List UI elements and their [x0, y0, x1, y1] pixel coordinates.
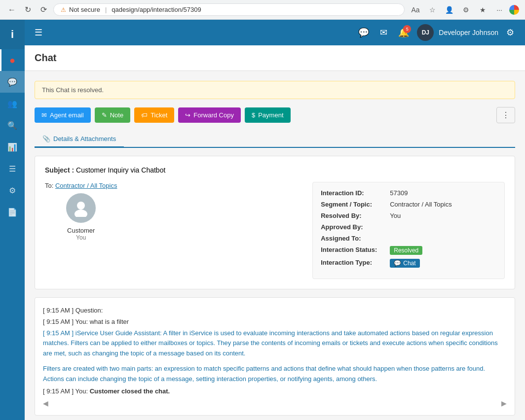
reload-button[interactable]: ⟳ — [38, 4, 49, 16]
page-title: Chat — [35, 52, 515, 64]
sidebar-item-list[interactable]: ☰ — [0, 158, 25, 179]
id-label: Interaction ID: — [321, 189, 390, 197]
content-area: This Chat is resolved. ✉ Agent email ✎ N… — [25, 71, 525, 420]
id-value: 57309 — [390, 189, 408, 197]
notification-badge: 5 — [403, 25, 411, 33]
approved-by-label: Approved By: — [321, 223, 390, 231]
details-card: Subject : Customer Inquiry via Chatbot T… — [35, 156, 515, 289]
forward-copy-button[interactable]: ↪ Forward Copy — [178, 107, 241, 123]
settings-icon: ⚙ — [9, 186, 16, 195]
transcript-card: [ 9:15 AM ] Question: [ 9:15 AM ] You: w… — [35, 297, 515, 416]
note-button[interactable]: ✎ Note — [95, 107, 130, 123]
app-logo[interactable]: i — [0, 20, 25, 49]
status-label: Interaction Status: — [321, 246, 390, 255]
sidebar-item-settings[interactable]: ⚙ — [0, 179, 25, 201]
gear-icon: ⚙ — [506, 27, 514, 38]
interaction-id-row: Interaction ID: 57309 — [321, 189, 496, 197]
sidebar-item-notifications[interactable]: ● — [0, 49, 25, 71]
scroll-indicator: ◀ ▶ — [43, 397, 507, 407]
paperclip-icon: 📎 — [42, 135, 50, 142]
customer-name: Customer — [67, 227, 95, 234]
action-buttons: ✉ Agent email ✎ Note 🏷 Ticket ↪ Forward … — [35, 107, 515, 123]
email-header-button[interactable]: ✉ — [377, 24, 390, 41]
assigned-to-row: Assigned To: — [321, 235, 496, 242]
email-icon: ✉ — [380, 27, 387, 38]
type-label: Interaction Type: — [321, 259, 390, 268]
hamburger-menu-button[interactable]: ☰ — [33, 25, 44, 40]
t3-text: [ 9:15 AM ] iService User Guide Assistan… — [43, 329, 498, 357]
customer-avatar — [66, 193, 96, 223]
sidebar-item-documents[interactable]: 📄 — [0, 201, 25, 223]
sidebar-item-chat[interactable]: 💬 — [0, 71, 25, 93]
ticket-button[interactable]: 🏷 Ticket — [134, 107, 174, 123]
resolved-by-label: Resolved By: — [321, 212, 390, 219]
back-button[interactable]: ← — [6, 4, 18, 16]
interaction-info-panel: Interaction ID: 57309 Segment / Topic: C… — [312, 182, 505, 279]
browser-chrome: ← ↻ ⟳ ⚠ Not secure | qadesign/app/intera… — [0, 0, 525, 20]
sidebar: i ● 💬 👥 🔍 📊 ☰ ⚙ 📄 — [0, 20, 25, 420]
extensions-button[interactable]: ⚙ — [459, 3, 473, 17]
resolved-banner-text: This Chat is resolved. — [42, 86, 104, 94]
svg-point-1 — [75, 210, 87, 217]
user-avatar[interactable]: DJ — [417, 24, 434, 41]
resolved-by-value: You — [390, 212, 401, 219]
scroll-right-button[interactable]: ▶ — [501, 399, 507, 407]
contacts-icon: 👥 — [7, 99, 17, 108]
chat-badge-text: Chat — [403, 260, 415, 267]
recipient-line: To: Contractor / All Topics — [45, 182, 117, 189]
status-badge: Resolved — [390, 246, 422, 255]
tabs: 📎 Details & Attachments — [35, 131, 515, 148]
sidebar-item-contacts[interactable]: 👥 — [0, 93, 25, 114]
app-header: ☰ 💬 ✉ 🔔 5 DJ Developer Johnson ⚙ — [25, 20, 525, 45]
forward-button[interactable]: ↻ — [22, 4, 34, 16]
address-bar[interactable]: ⚠ Not secure | qadesign/app/interaction/… — [53, 3, 405, 16]
details-row: To: Contractor / All Topics Customer Yo — [45, 182, 505, 279]
notification-dot-icon: ● — [9, 55, 15, 66]
bookmark-button[interactable]: ☆ — [425, 3, 439, 17]
page-header: Chat — [25, 45, 525, 71]
ticket-icon: 🏷 — [141, 111, 148, 119]
person-icon — [72, 199, 90, 217]
transcript-line-1: [ 9:15 AM ] Question: — [43, 306, 507, 316]
transcript-line-2: [ 9:15 AM ] You: what is a filter — [43, 317, 507, 327]
recipient-link[interactable]: Contractor / All Topics — [55, 182, 117, 189]
transcript-line-5: [ 9:15 AM ] You: Customer closed the cha… — [43, 386, 507, 397]
subject-value: Customer Inquiry via Chatbot — [76, 166, 165, 174]
profile-button[interactable]: 👤 — [442, 3, 456, 17]
reports-icon: 📊 — [7, 142, 17, 152]
chat-header-button[interactable]: 💬 — [355, 24, 372, 41]
scroll-left-button[interactable]: ◀ — [43, 399, 48, 407]
favorites-button[interactable]: ★ — [476, 3, 489, 17]
gear-header-button[interactable]: ⚙ — [503, 24, 517, 41]
username-label[interactable]: Developer Johnson — [439, 29, 498, 36]
resolved-banner: This Chat is resolved. — [35, 81, 515, 99]
agent-email-button[interactable]: ✉ Agent email — [35, 107, 91, 123]
segment-row: Segment / Topic: Contractor / All Topics — [321, 201, 496, 208]
right-panel: ☰ 💬 ✉ 🔔 5 DJ Developer Johnson ⚙ Cha — [25, 20, 525, 420]
reader-mode-button[interactable]: Aa — [409, 3, 422, 17]
chat-icon: 💬 — [7, 77, 17, 87]
to-label: To: — [45, 182, 53, 189]
more-menu-button[interactable]: ··· — [492, 3, 506, 17]
list-icon: ☰ — [9, 164, 16, 174]
chrome-icon — [509, 5, 519, 15]
sidebar-item-search[interactable]: 🔍 — [0, 114, 25, 136]
customer-sub: You — [76, 234, 86, 241]
browser-actions: Aa ☆ 👤 ⚙ ★ ··· — [409, 3, 519, 17]
tab-details-attachments[interactable]: 📎 Details & Attachments — [35, 131, 124, 148]
search-icon: 🔍 — [7, 121, 17, 130]
sidebar-item-reports[interactable]: 📊 — [0, 136, 25, 158]
more-actions-button[interactable]: ⋮ — [496, 107, 515, 123]
subject-label: Subject : — [45, 166, 74, 174]
customer-info: To: Contractor / All Topics Customer Yo — [45, 182, 117, 279]
t2-text: [ 9:15 AM ] You: what is a filter — [43, 318, 129, 325]
subject-line: Subject : Customer Inquiry via Chatbot — [45, 166, 505, 174]
notifications-header-button[interactable]: 🔔 5 — [395, 24, 412, 41]
resolved-by-row: Resolved By: You — [321, 212, 496, 219]
not-secure-label: Not secure — [69, 6, 100, 13]
payment-button[interactable]: $ Payment — [245, 107, 291, 123]
status-row: Interaction Status: Resolved — [321, 246, 496, 255]
url-text: qadesign/app/interaction/57309 — [112, 6, 201, 13]
chat-badge-icon: 💬 — [394, 260, 401, 267]
segment-value: Contractor / All Topics — [390, 201, 451, 208]
